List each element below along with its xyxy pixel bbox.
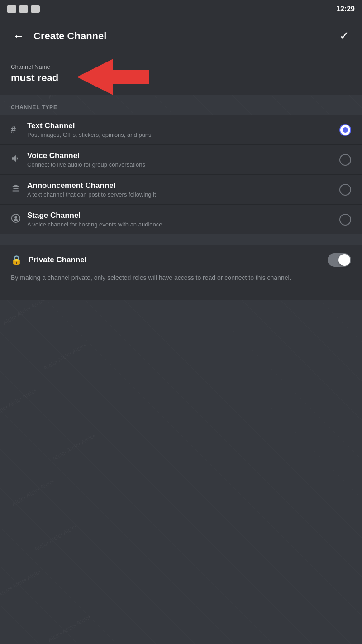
status-bar-icons xyxy=(7,5,40,13)
announcement-channel-content: Announcement Channel A text channel that… xyxy=(27,181,339,198)
text-channel-radio[interactable] xyxy=(339,124,351,136)
text-channel-icon: # xyxy=(11,125,27,135)
private-channel-label: Private Channel xyxy=(29,255,328,264)
stage-channel-desc: A voice channel for hosting events with … xyxy=(27,221,339,228)
announcement-channel-icon xyxy=(11,183,27,196)
text-channel-option[interactable]: # Text Channel Post images, GIFs, sticke… xyxy=(0,115,362,145)
text-channel-content: Text Channel Post images, GIFs, stickers… xyxy=(27,121,339,138)
announcement-channel-option[interactable]: Announcement Channel A text channel that… xyxy=(0,175,362,205)
gallery-icon xyxy=(7,5,16,13)
voice-channel-option[interactable]: Voice Channel Connect to live audio for … xyxy=(0,145,362,175)
announcement-channel-desc: A text channel that can post to servers … xyxy=(27,191,339,198)
channel-type-section: CHANNEL TYPE # Text Channel Post images,… xyxy=(0,95,362,234)
channel-type-list: # Text Channel Post images, GIFs, sticke… xyxy=(0,115,362,234)
stage-channel-option[interactable]: Stage Channel A voice channel for hostin… xyxy=(0,205,362,234)
stage-channel-radio[interactable] xyxy=(339,214,351,226)
section-divider xyxy=(0,234,362,245)
private-channel-desc: By making a channel private, only select… xyxy=(11,273,351,283)
text-channel-desc: Post images, GIFs, stickers, opinions, a… xyxy=(27,131,339,138)
confirm-button[interactable]: ✓ xyxy=(336,25,353,47)
channel-name-label: Channel Name xyxy=(11,63,351,70)
text-icon xyxy=(31,5,40,13)
channel-type-header: CHANNEL TYPE xyxy=(0,95,362,115)
share-icon xyxy=(19,5,28,13)
lock-icon: 🔒 xyxy=(11,255,22,265)
bottom-divider xyxy=(11,292,351,292)
stage-channel-title: Stage Channel xyxy=(27,211,339,220)
page-title: Create Channel xyxy=(33,30,336,42)
back-button[interactable]: ← xyxy=(9,25,28,47)
content-area: Channel Name must read CHANNEL TYPE # Te… xyxy=(0,54,362,300)
voice-channel-radio[interactable] xyxy=(339,154,351,166)
text-channel-title: Text Channel xyxy=(27,121,339,130)
private-channel-row: 🔒 Private Channel xyxy=(11,253,351,267)
svg-point-2 xyxy=(14,216,17,219)
channel-name-value[interactable]: must read xyxy=(11,72,351,84)
announcement-channel-radio[interactable] xyxy=(339,184,351,196)
stage-channel-icon xyxy=(11,213,27,226)
status-bar: 12:29 xyxy=(0,0,362,18)
announcement-channel-title: Announcement Channel xyxy=(27,181,339,190)
private-channel-section: 🔒 Private Channel By making a channel pr… xyxy=(0,245,362,300)
status-bar-time: 12:29 xyxy=(336,5,355,13)
toolbar: ← Create Channel ✓ xyxy=(0,18,362,54)
voice-channel-content: Voice Channel Connect to live audio for … xyxy=(27,151,339,168)
voice-channel-icon xyxy=(11,154,27,166)
private-channel-toggle[interactable] xyxy=(328,253,351,267)
voice-channel-title: Voice Channel xyxy=(27,151,339,160)
channel-name-section: Channel Name must read xyxy=(0,54,362,95)
voice-channel-desc: Connect to live audio for group conversa… xyxy=(27,161,339,168)
stage-channel-content: Stage Channel A voice channel for hostin… xyxy=(27,211,339,228)
